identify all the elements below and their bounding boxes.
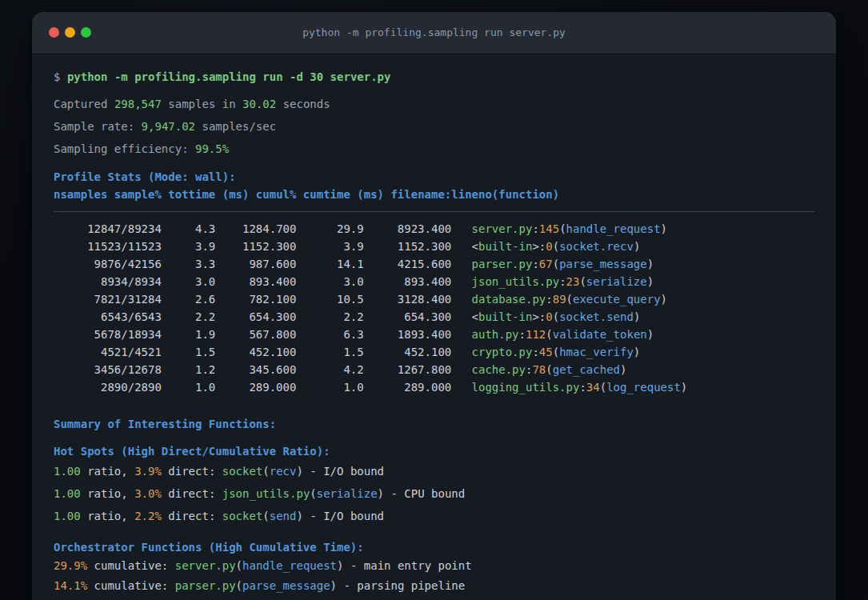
minimize-button[interactable]: [65, 27, 75, 38]
command-line: $ python -m profiling.sampling run -d 30…: [54, 69, 814, 85]
window-controls: [49, 12, 91, 52]
hot-spot-item: 1.00 ratio, 2.2% direct: socket(send) - …: [54, 505, 814, 527]
sample-rate-label: Sample rate:: [54, 120, 134, 133]
profile-table-row: 4521/45211.5452.1001.5452.100crypto.py:4…: [54, 343, 814, 361]
efficiency-label: Sampling efficiency:: [54, 142, 189, 155]
profile-table-row: 7821/312842.6782.10010.53128.400database…: [54, 290, 814, 308]
desktop-background: python -m profiling.sampling run server.…: [0, 0, 868, 600]
close-button[interactable]: [49, 27, 59, 38]
function-reference: auth.py:112(validate_token): [472, 326, 654, 343]
hot-spots-list: 1.00 ratio, 3.9% direct: socket(recv) - …: [54, 460, 814, 527]
captured-samples-line: Captured 298,547 samples in 30.02 second…: [54, 93, 814, 115]
function-reference: <built-in>:0(socket.send): [472, 308, 641, 326]
sample-rate-value: 9,947.02: [142, 120, 195, 133]
terminal-window: python -m profiling.sampling run server.…: [32, 12, 836, 600]
efficiency-value: 99.5%: [195, 142, 229, 155]
captured-label: Captured: [54, 98, 107, 110]
function-reference: logging_utils.py:34(log_request): [472, 378, 688, 396]
profile-table-row: 2890/28901.0289.0001.0289.000logging_uti…: [54, 378, 814, 396]
terminal-titlebar: python -m profiling.sampling run server.…: [32, 12, 836, 53]
orchestrator-item: 29.9% cumulative: server.py(handle_reque…: [54, 556, 814, 576]
profile-table-row: 12847/892344.31284.70029.98923.400server…: [54, 220, 814, 238]
orchestrators-list: 29.9% cumulative: server.py(handle_reque…: [54, 556, 814, 596]
sample-rate-unit: samples/sec: [202, 120, 276, 133]
seconds-label: seconds: [283, 98, 330, 110]
profile-table-row: 8934/89343.0893.4003.0893.400json_utils.…: [54, 273, 814, 290]
summary-heading: Summary of Interesting Functions:: [54, 415, 814, 433]
duration-value: 30.02: [242, 98, 276, 110]
shell-prompt: $: [54, 70, 60, 83]
hot-spot-item: 1.00 ratio, 3.9% direct: socket(recv) - …: [54, 460, 814, 482]
hot-spot-item: 1.00 ratio, 3.0% direct: json_utils.py(s…: [54, 482, 814, 505]
hot-spots-heading: Hot Spots (High Direct/Cumulative Ratio)…: [54, 442, 814, 460]
samples-count: 298,547: [114, 98, 162, 110]
function-reference: parser.py:67(parse_message): [472, 255, 654, 273]
terminal-output[interactable]: $ python -m profiling.sampling run -d 30…: [32, 53, 836, 596]
profile-table-row: 9876/421563.3987.60014.14215.600parser.p…: [54, 255, 814, 273]
function-reference: cache.py:78(get_cached): [472, 361, 627, 378]
profile-columns-header: nsamples sample% tottime (ms) cumul% cum…: [54, 186, 814, 203]
orchestrator-item: 14.1% cumulative: parser.py(parse_messag…: [54, 576, 814, 596]
command-text: python -m profiling.sampling run -d 30 s…: [67, 70, 391, 83]
efficiency-line: Sampling efficiency: 99.5%: [54, 138, 814, 160]
samples-in-label: samples in: [168, 98, 235, 110]
function-reference: json_utils.py:23(serialize): [472, 273, 654, 290]
profile-table-row: 11523/115233.91152.3003.91152.300<built-…: [54, 238, 814, 255]
profile-table-row: 5678/189341.9567.8006.31893.400auth.py:1…: [54, 326, 814, 343]
function-reference: database.py:89(execute_query): [472, 290, 667, 308]
window-title: python -m profiling.sampling run server.…: [302, 26, 566, 38]
profile-table-row: 3456/126781.2345.6004.21267.800cache.py:…: [54, 361, 814, 378]
sample-rate-line: Sample rate: 9,947.02 samples/sec: [54, 115, 814, 138]
function-reference: <built-in>:0(socket.recv): [472, 238, 641, 255]
profile-table: 12847/892344.31284.70029.98923.400server…: [54, 220, 814, 396]
maximize-button[interactable]: [81, 27, 91, 38]
orchestrators-heading: Orchestrator Functions (High Cumulative …: [54, 538, 814, 556]
profile-stats-heading: Profile Stats (Mode: wall):: [54, 168, 814, 186]
function-reference: crypto.py:45(hmac_verify): [472, 343, 641, 361]
profile-table-row: 6543/65432.2654.3002.2654.300<built-in>:…: [54, 308, 814, 326]
table-divider: [54, 211, 814, 212]
function-reference: server.py:145(handle_request): [472, 220, 667, 238]
